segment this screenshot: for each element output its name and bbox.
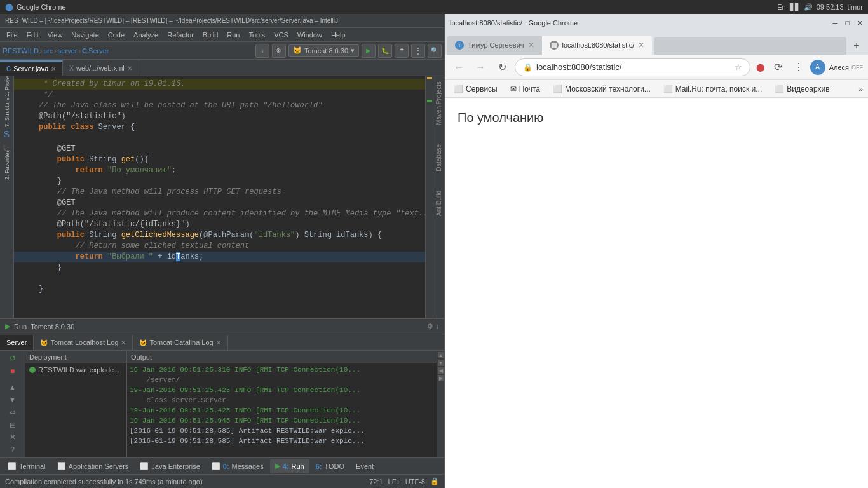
globe-icon[interactable]: 2: Favorites — [1, 159, 13, 170]
output-line: [2016-01-19 09:51:28,585] Artifact RESTW… — [130, 426, 434, 436]
stop-btn[interactable]: ■ — [5, 366, 20, 376]
bottom-tab-java-enterprise[interactable]: ⬜ Java Enterprise — [135, 459, 205, 473]
toolbar-git-btn[interactable]: ↓ — [255, 44, 269, 58]
skype-icon[interactable]: S — [1, 128, 13, 140]
menu-build[interactable]: Build — [199, 30, 222, 40]
output-scrollbar[interactable]: ▲ ▼ ◀ ▶ — [437, 351, 444, 458]
maven-tab[interactable]: Maven Projects — [434, 79, 444, 128]
menu-tools[interactable]: Tools — [245, 30, 269, 40]
deployment-item[interactable]: RESTWILD:war explode... — [25, 363, 126, 376]
restart-btn[interactable]: ↺ — [5, 353, 20, 363]
run-btn[interactable]: ▶ — [362, 44, 376, 58]
bookmark-mailru-label: Mail.Ru: почта, поиск и... — [675, 85, 762, 93]
bookmark-pochta-label: Почта — [519, 85, 540, 93]
search-btn[interactable]: 🔍 — [428, 44, 442, 58]
bottom-tab-run[interactable]: ▶ 4: Run — [270, 459, 309, 473]
code-editor[interactable]: * Created by timur on 19.01.16. */ // Th… — [14, 76, 425, 318]
back-btn[interactable]: ← — [450, 58, 468, 76]
run-tab-localhost-log[interactable]: 🐱 Tomcat Localhost Log ✕ — [34, 335, 133, 350]
scroll-up-btn[interactable]: ▲ — [5, 383, 20, 393]
bookmark-servisy[interactable]: ⬜ Сервисы — [450, 83, 501, 95]
menu-run[interactable]: Run — [223, 30, 243, 40]
run-pin-icon[interactable]: ↓ — [436, 322, 440, 330]
os-app-title: Google Chrome — [17, 3, 66, 11]
wrap-btn[interactable]: ⇔ — [5, 407, 20, 417]
bookmark-mostech[interactable]: ⬜ Московский технологи... — [549, 83, 654, 95]
sync-btn[interactable]: ⟳ — [770, 58, 787, 76]
address-bar[interactable]: 🔒 localhost:8080/statistic/ ☆ — [515, 58, 750, 76]
database-tab[interactable]: Database — [434, 142, 444, 174]
os-taskbar-right: En ▋▋ 🔊 09:52:13 timur — [777, 3, 863, 11]
menu-analyze[interactable]: Analyze — [130, 30, 162, 40]
chrome-tab-localhost[interactable]: ⬜ localhost:8080/statistic/ ✕ — [542, 36, 653, 55]
ant-build-tab[interactable]: Ant Build — [434, 188, 444, 219]
chrome-new-tab-btn[interactable]: + — [848, 37, 865, 55]
menu-view[interactable]: View — [44, 30, 67, 40]
forward-btn[interactable]: → — [471, 58, 489, 76]
chrome-settings-btn[interactable]: ⋮ — [790, 58, 808, 76]
chrome-maximize[interactable]: □ — [845, 19, 850, 27]
more-btn[interactable]: ⋮ — [411, 44, 425, 58]
stop-nav-btn[interactable]: ⬤ — [754, 61, 767, 74]
tab-server-java[interactable]: C Server.java ✕ — [0, 60, 63, 76]
bottom-tab-event[interactable]: Event — [351, 459, 379, 473]
tab-catalina-close[interactable]: ✕ — [216, 339, 221, 346]
breadcrumb-server-file[interactable]: Server — [88, 47, 109, 55]
breadcrumb-src[interactable]: src — [44, 47, 53, 55]
address-star-icon[interactable]: ☆ — [735, 62, 742, 72]
bookmarks-more-btn[interactable]: » — [858, 85, 863, 93]
toolbar-settings-btn[interactable]: ⚙ — [272, 44, 286, 58]
chrome-close[interactable]: ✕ — [857, 19, 863, 27]
tomcat-dropdown[interactable]: 🐱 Tomcat 8.0.30 ▾ — [288, 44, 359, 57]
chrome-tab-timur-close[interactable]: ✕ — [528, 41, 534, 50]
chrome-tab-timur[interactable]: T Тимур Сергеевич ✕ — [447, 36, 542, 55]
bottom-tab-messages[interactable]: ⬜ 0: Messages — [207, 459, 269, 473]
code-line: public String getClichedMessage(@PathPar… — [14, 230, 425, 241]
tab-server-java-close[interactable]: ✕ — [51, 65, 56, 72]
tab-web-xml[interactable]: X web/.../web.xml ✕ — [63, 60, 139, 76]
output-content: 19-Jan-2016 09:51:25.310 INFO [RMI TCP C… — [127, 363, 437, 458]
bookmark-videoarchive[interactable]: ⬜ Видеоархив — [771, 83, 833, 95]
scroll-up-arrow[interactable]: ▲ — [438, 352, 444, 358]
bookmark-mailru[interactable]: ⬜ Mail.Ru: почта, поиск и... — [660, 83, 766, 95]
editor-scrollbar[interactable] — [425, 76, 433, 318]
cursor-position: 72:1 — [369, 478, 383, 485]
scroll-down-btn[interactable]: ▼ — [5, 395, 20, 405]
intellij-titlebar: RESTWILD – [~/IdeaProjects/RESTWILD] – [… — [0, 14, 444, 28]
debug-btn[interactable]: 🐛 — [378, 44, 392, 58]
chrome-minimize[interactable]: ─ — [833, 19, 838, 27]
menu-refactor[interactable]: Refactor — [163, 30, 198, 40]
structure-icon[interactable]: 7: Structure — [1, 107, 13, 118]
menu-navigate[interactable]: Navigate — [67, 30, 102, 40]
user-avatar[interactable]: А — [810, 60, 825, 75]
bookmark-pochta[interactable]: ✉ Почта — [506, 83, 544, 95]
refresh-btn[interactable]: ↻ — [493, 58, 511, 76]
breadcrumb-server-dir[interactable]: server — [58, 47, 78, 55]
breadcrumb-restwild[interactable]: RESTWILD — [3, 47, 39, 55]
bottom-tab-app-servers[interactable]: ⬜ Application Servers — [52, 459, 134, 473]
menu-code[interactable]: Code — [104, 30, 128, 40]
bottom-tab-terminal[interactable]: ⬜ Terminal — [3, 459, 51, 473]
menu-edit[interactable]: Edit — [23, 30, 43, 40]
menu-help[interactable]: Help — [327, 30, 349, 40]
run-tab-server[interactable]: Server — [0, 335, 34, 350]
menu-vcs[interactable]: VCS — [270, 30, 292, 40]
clear-btn[interactable]: ✕ — [5, 433, 20, 443]
menu-window[interactable]: Window — [294, 30, 326, 40]
lock-icon: 🔒 — [430, 477, 439, 485]
scroll-down-arrow[interactable]: ▼ — [438, 360, 444, 366]
scroll-left-arrow[interactable]: ◀ — [438, 367, 444, 374]
menu-file[interactable]: File — [3, 30, 22, 40]
run-settings-icon[interactable]: ⚙ — [427, 322, 433, 330]
chrome-tab-localhost-close[interactable]: ✕ — [638, 41, 644, 50]
run-tab-catalina-log[interactable]: 🐱 Tomcat Catalina Log ✕ — [133, 335, 227, 350]
coverage-btn[interactable]: ☂ — [395, 44, 409, 58]
filter-btn[interactable]: ⊟ — [5, 420, 20, 430]
project-icon[interactable]: 1: Project — [1, 79, 13, 90]
bottom-tab-todo[interactable]: 6: TODO — [311, 459, 349, 473]
help-btn[interactable]: ? — [5, 445, 20, 455]
chrome-app-icon[interactable]: ⬤ — [5, 3, 13, 11]
scroll-right-arrow[interactable]: ▶ — [438, 375, 444, 381]
tab-localhost-close[interactable]: ✕ — [121, 339, 126, 346]
tab-web-xml-close[interactable]: ✕ — [127, 65, 132, 72]
